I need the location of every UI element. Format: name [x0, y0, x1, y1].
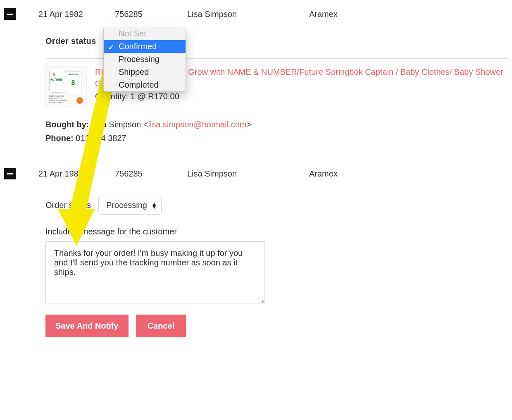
- collapse-button[interactable]: [4, 8, 16, 20]
- order-header-row: 21 Apr 1982 756285 Lisa Simpson Aramex: [4, 8, 508, 20]
- order-date: 21 Apr 1982: [38, 169, 115, 179]
- status-option-confirmed[interactable]: ✓ Confirmed: [104, 40, 186, 53]
- product-quantity: Quantity: 1 @ R170.00: [95, 92, 508, 101]
- email-close-bracket: >: [247, 120, 252, 129]
- status-select-value: Processing: [106, 200, 147, 210]
- message-textarea[interactable]: [45, 241, 264, 303]
- product-thumbnail[interactable]: 🦌 FUTURE PERSONALISEWITH BABY'SNAME & NU…: [45, 66, 87, 107]
- buyer-info: Bought by: Lisa Simpson <lisa.simpson@ho…: [45, 120, 508, 143]
- order-block-1: 21 Apr 1982 756285 Lisa Simpson Aramex N…: [4, 8, 508, 143]
- order-carrier: Aramex: [309, 10, 338, 19]
- save-and-notify-button[interactable]: Save And Notify: [45, 315, 129, 337]
- springbok-icon: 🦌: [52, 72, 56, 76]
- onesie-back-icon: [65, 72, 81, 94]
- status-option-not-set[interactable]: Not Set: [104, 27, 186, 40]
- phone-row: Phone: 011 214 3827: [45, 134, 508, 143]
- buyer-name: Lisa Simpson: [91, 120, 141, 129]
- collapse-button[interactable]: [4, 168, 16, 179]
- email-open-bracket: <: [143, 120, 148, 129]
- order-customer: Lisa Simpson: [187, 169, 309, 179]
- bought-by-label: Bought by:: [45, 120, 89, 129]
- status-label: Order status: [45, 200, 91, 210]
- order-date: 21 Apr 1982: [38, 10, 115, 19]
- status-option-completed[interactable]: Completed: [104, 79, 186, 91]
- thumb-caption: PERSONALISEWITH BABY'SNAME & NUMBERON TH…: [49, 95, 67, 104]
- order-customer: Lisa Simpson: [187, 10, 309, 19]
- status-option-shipped[interactable]: Shipped: [104, 66, 186, 79]
- status-option-processing[interactable]: Processing: [104, 53, 186, 66]
- order-header-row: 21 Apr 1982 756285 Lisa Simpson Aramex: [4, 168, 508, 179]
- message-label: Include a message for the customer: [45, 227, 508, 236]
- status-label: Order status: [45, 36, 96, 46]
- order-carrier: Aramex: [309, 169, 338, 179]
- buyer-row: Bought by: Lisa Simpson <lisa.simpson@ho…: [45, 120, 508, 129]
- button-row: Save And Notify Cancel: [45, 315, 508, 337]
- minus-icon: [7, 173, 13, 174]
- minus-icon: [7, 14, 13, 15]
- divider: [45, 349, 508, 349]
- check-icon: ✓: [108, 42, 115, 52]
- status-option-label: Confirmed: [119, 42, 157, 51]
- status-select[interactable]: Processing ▲▼: [98, 196, 162, 215]
- buyer-email-link[interactable]: lisa.simpson@hotmail.com: [148, 120, 246, 129]
- status-dropdown-popup: Not Set ✓ Confirmed Processing Shipped C…: [103, 27, 186, 92]
- order-number: 756285: [115, 10, 187, 19]
- thumb-badge-icon: [76, 97, 83, 104]
- cancel-button[interactable]: Cancel: [136, 315, 186, 337]
- order-number: 756285: [115, 169, 187, 179]
- onesie-front-icon: [49, 70, 66, 93]
- order-block-2: 21 Apr 1982 756285 Lisa Simpson Aramex O…: [4, 168, 508, 349]
- phone-label: Phone:: [45, 134, 74, 143]
- status-row: Order status Processing ▲▼: [45, 196, 508, 215]
- thumb-text-future: FUTURE: [50, 78, 62, 81]
- select-arrows-icon: ▲▼: [151, 203, 157, 208]
- buyer-phone: 011 214 3827: [76, 134, 126, 143]
- order-detail: Order status Processing ▲▼ Include a mes…: [45, 196, 508, 349]
